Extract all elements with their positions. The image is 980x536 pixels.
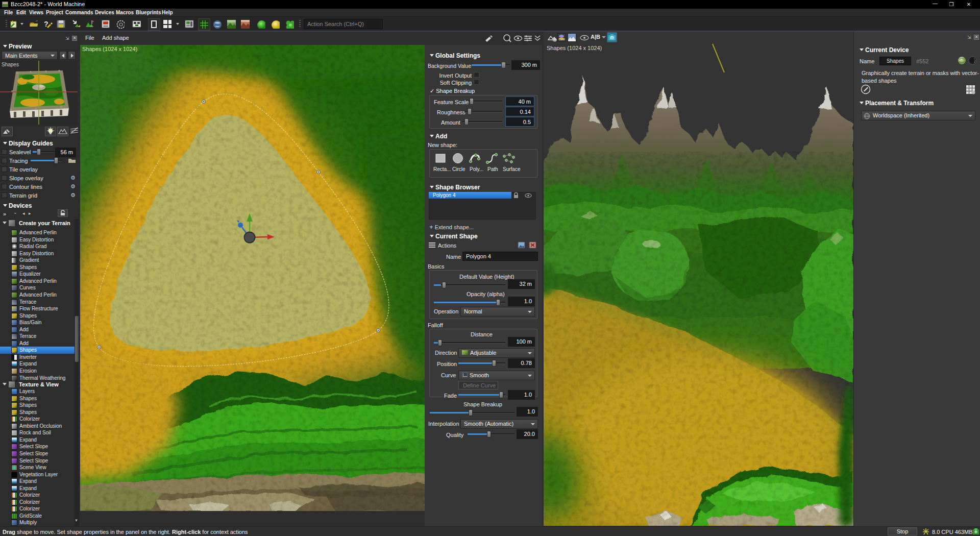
svg-text:o: o bbox=[611, 36, 613, 40]
svg-text:Color: Color bbox=[559, 38, 565, 41]
